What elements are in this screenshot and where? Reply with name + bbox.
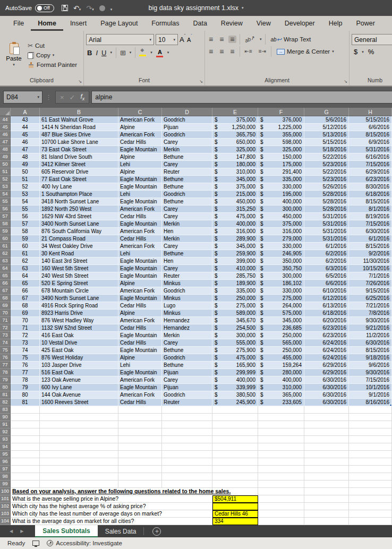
cell[interactable]: 3400 North Sunset Lane xyxy=(40,220,118,228)
cell[interactable]: Carey xyxy=(162,161,212,168)
cell[interactable]: 50 xyxy=(11,168,40,176)
cell[interactable]: 75 xyxy=(11,354,40,362)
cell[interactable] xyxy=(212,436,258,443)
cell[interactable]: 678 Mountain Circle xyxy=(40,287,118,295)
align-left-button[interactable]: ≡ xyxy=(207,48,215,55)
cell[interactable]: $350,000 xyxy=(258,258,304,265)
cell[interactable]: 6/18/2016 xyxy=(349,191,392,198)
cell[interactable]: $147,800 xyxy=(212,153,258,161)
font-name-select[interactable]: Arial ▾ xyxy=(86,34,154,45)
menu-tab-help[interactable]: Help xyxy=(322,16,350,31)
cell[interactable]: Alpine xyxy=(118,310,162,317)
cell[interactable] xyxy=(212,481,258,488)
cell[interactable] xyxy=(349,518,392,525)
row-header[interactable]: 44 xyxy=(0,116,11,124)
row-header[interactable]: 83 xyxy=(0,406,11,414)
cell[interactable]: 79 xyxy=(11,384,40,391)
cell[interactable]: Eagle Mountain xyxy=(118,176,162,183)
cell[interactable]: 5/28/2016 xyxy=(304,205,349,213)
cell[interactable]: Cedar Hills xyxy=(118,324,162,332)
cell[interactable] xyxy=(258,436,304,443)
cell[interactable]: 71 xyxy=(11,324,40,332)
row-header[interactable]: 74 xyxy=(0,339,11,347)
cell[interactable]: 45 xyxy=(11,131,40,139)
cell[interactable]: $259,900 xyxy=(212,250,258,258)
row-header[interactable]: 96 xyxy=(0,458,11,466)
cell[interactable]: 5/12/2016 xyxy=(304,124,349,131)
increase-indent-button[interactable]: ≡⇥ xyxy=(257,48,268,55)
cell[interactable]: $300,000 xyxy=(212,332,258,339)
cell[interactable]: 9/15/2016 xyxy=(349,287,392,295)
cell[interactable]: 7/1/2016 xyxy=(349,272,392,280)
cell[interactable]: 21 Compass Road xyxy=(40,235,118,243)
cell[interactable]: Carey xyxy=(162,139,212,146)
cell[interactable]: Alpine xyxy=(118,153,162,161)
cell[interactable]: Alpine xyxy=(118,280,162,287)
menu-tab-data[interactable]: Data xyxy=(186,16,214,31)
cell[interactable] xyxy=(258,466,304,473)
macro-record-icon[interactable] xyxy=(32,541,39,546)
cell[interactable]: 60 xyxy=(11,243,40,250)
cell[interactable]: 74 xyxy=(11,347,40,354)
cell[interactable]: Eagle Mountain xyxy=(118,258,162,265)
cell[interactable]: $365,000 xyxy=(258,391,304,399)
cell[interactable]: $555,000 xyxy=(212,339,258,347)
cell[interactable]: $186,102 xyxy=(258,280,304,287)
cell[interactable] xyxy=(349,421,392,428)
cell[interactable]: $285,750 xyxy=(212,272,258,280)
cell[interactable]: Goodrich xyxy=(162,391,212,399)
autosave-switch[interactable]: Off xyxy=(35,4,54,12)
cell[interactable] xyxy=(304,495,349,503)
cell[interactable]: Merkin xyxy=(162,235,212,243)
cell[interactable]: $410,000 xyxy=(212,265,258,272)
cell[interactable]: 73 East Oak Street xyxy=(40,146,118,153)
cell[interactable] xyxy=(162,481,212,488)
cell[interactable] xyxy=(162,466,212,473)
cell[interactable]: $233,605 xyxy=(258,399,304,406)
cell[interactable]: 77 xyxy=(11,369,40,376)
cell[interactable]: Eagle Mountain xyxy=(118,272,162,280)
cell[interactable] xyxy=(304,414,349,421)
cell[interactable]: Lehi xyxy=(118,250,162,258)
cell[interactable]: 8/15/2016 xyxy=(349,131,392,139)
cell[interactable]: 400 Ivy Lane xyxy=(40,183,118,191)
cell[interactable]: 487 Blue Skies Drive xyxy=(40,131,118,139)
cell[interactable]: 6/29/2016 xyxy=(349,168,392,176)
cell[interactable]: 1 Southampton Place xyxy=(40,191,118,198)
cell[interactable]: 8/15/2016 xyxy=(349,243,392,250)
cut-button[interactable]: ✂ Cut xyxy=(25,41,79,50)
cell[interactable]: $289,900 xyxy=(212,235,258,243)
cell[interactable]: $315,250 xyxy=(212,205,258,213)
cell[interactable] xyxy=(258,451,304,458)
cell[interactable]: $400,000 xyxy=(258,198,304,205)
cell[interactable]: 6/9/2016 xyxy=(349,139,392,146)
cell[interactable]: $310,000 xyxy=(212,168,258,176)
autosave-toggle[interactable]: AutoSave Off xyxy=(5,4,54,12)
align-right-button[interactable]: ≡ xyxy=(228,48,236,55)
cell[interactable]: Goodrich xyxy=(162,354,212,362)
cell[interactable]: 103 Jasper Drive xyxy=(40,362,118,369)
cell[interactable]: 5/15/2016 xyxy=(349,116,392,124)
cell[interactable]: 7/15/2016 xyxy=(349,161,392,168)
fill-color-button[interactable] xyxy=(139,49,147,56)
cell[interactable]: $300,000 xyxy=(258,272,304,280)
cell[interactable] xyxy=(162,406,212,414)
cell[interactable]: 876 South California Way xyxy=(40,228,118,235)
cell[interactable]: Bethune xyxy=(162,198,212,205)
cell[interactable]: Bethune xyxy=(162,183,212,191)
cell[interactable] xyxy=(40,443,118,451)
accounting-format-button[interactable]: $ xyxy=(354,48,357,56)
cell[interactable]: 77 East Oak Street xyxy=(40,176,118,183)
cell[interactable] xyxy=(162,436,212,443)
column-header[interactable]: E xyxy=(212,108,258,116)
cell[interactable] xyxy=(118,451,162,458)
cell[interactable] xyxy=(11,503,212,510)
cell[interactable] xyxy=(40,473,118,481)
cell[interactable]: $250,000 xyxy=(258,332,304,339)
font-color-button[interactable]: A xyxy=(156,49,164,57)
cell[interactable]: Eagle Mountain xyxy=(118,332,162,339)
cell[interactable]: 6/18/2016 xyxy=(304,310,349,317)
redo-button[interactable]: ↷▾ xyxy=(86,5,93,12)
cell[interactable]: 10 Vestal Drive xyxy=(40,339,118,347)
cell[interactable]: Eagle Mountain xyxy=(118,146,162,153)
